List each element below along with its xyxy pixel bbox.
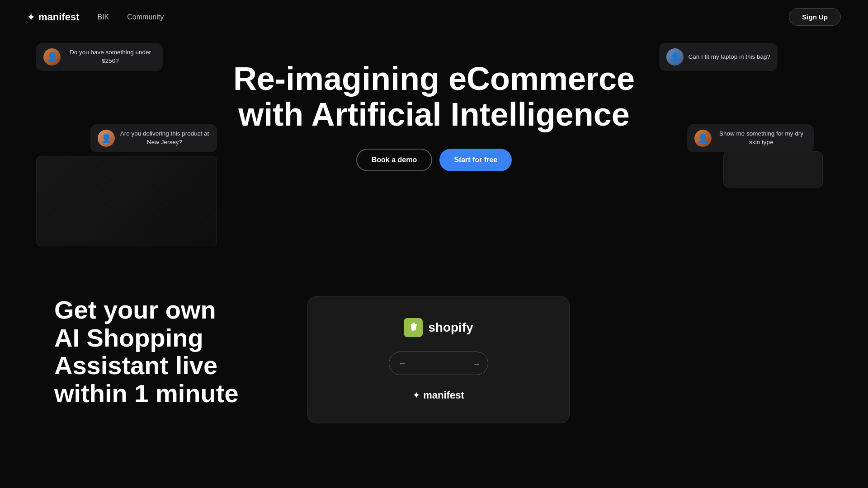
bubble-text-2: Can I fit my laptop in this bag? <box>688 53 770 61</box>
signup-button[interactable]: Sign Up <box>789 8 841 26</box>
hero-section: 👤 Do you have something under $250? 👤 Ca… <box>0 34 868 260</box>
avatar-3: 👤 <box>98 130 115 147</box>
shopify-icon <box>404 318 423 337</box>
avatar-2: 👤 <box>666 48 684 66</box>
arrow-right-icon: → <box>472 360 481 369</box>
manifest-bottom-text: manifest <box>423 389 464 401</box>
logo-star-icon: ✦ <box>27 12 35 23</box>
section-two: Get your own AI Shopping Assistant live … <box>0 269 868 450</box>
section-two-left: Get your own AI Shopping Assistant live … <box>54 296 271 407</box>
hero-title-line2: with Artificial Intelligence <box>238 96 629 132</box>
chat-bubble-3: 👤 Are you delivering this product at New… <box>90 124 217 152</box>
bubble-text-4: Show me something for my dry skin type <box>716 130 807 147</box>
shopify-text: shopify <box>428 320 473 335</box>
nav-community-link[interactable]: Community <box>127 13 164 21</box>
nav-bik-link[interactable]: BIK <box>97 13 109 21</box>
nav-left: ✦ manifest BIK Community <box>27 11 164 23</box>
section-two-right: shopify ← → ✦ manifest <box>307 296 570 423</box>
chat-bubble-4: 👤 Show me something for my dry skin type <box>687 124 814 152</box>
manifest-star-bottom-icon: ✦ <box>413 390 420 400</box>
section-title-line2: AI Shopping <box>54 324 203 352</box>
chat-bubble-1: 👤 Do you have something under $250? <box>36 43 163 71</box>
avatar-1: 👤 <box>43 48 61 66</box>
arrow-connector: ← → <box>389 352 488 375</box>
arrow-left-icon: ← <box>398 359 406 368</box>
hero-title: Re-imagining eCommerce with Artificial I… <box>231 61 637 132</box>
section-two-title: Get your own AI Shopping Assistant live … <box>54 296 271 407</box>
section-title-line1: Get your own <box>54 296 216 324</box>
manifest-logo-bottom: ✦ manifest <box>413 389 464 401</box>
blurred-card-left <box>36 156 217 246</box>
section-title-line3: Assistant live <box>54 351 217 380</box>
start-free-button[interactable]: Start for free <box>439 149 512 171</box>
book-demo-button[interactable]: Book a demo <box>356 149 432 171</box>
integration-card: shopify ← → ✦ manifest <box>307 296 570 423</box>
avatar-4: 👤 <box>694 130 712 147</box>
section-title-line4: within 1 minute <box>54 379 239 408</box>
hero-title-line1: Re-imagining eCommerce <box>233 61 635 97</box>
bubble-text-3: Are you delivering this product at New J… <box>119 130 210 147</box>
blurred-card-right <box>723 151 823 188</box>
chat-bubble-2: 👤 Can I fit my laptop in this bag? <box>659 43 778 71</box>
logo[interactable]: ✦ manifest <box>27 11 79 23</box>
logo-text: manifest <box>38 11 79 23</box>
navbar: ✦ manifest BIK Community Sign Up <box>0 0 868 34</box>
shopify-logo: shopify <box>404 318 473 337</box>
bubble-text-1: Do you have something under $250? <box>65 48 156 66</box>
